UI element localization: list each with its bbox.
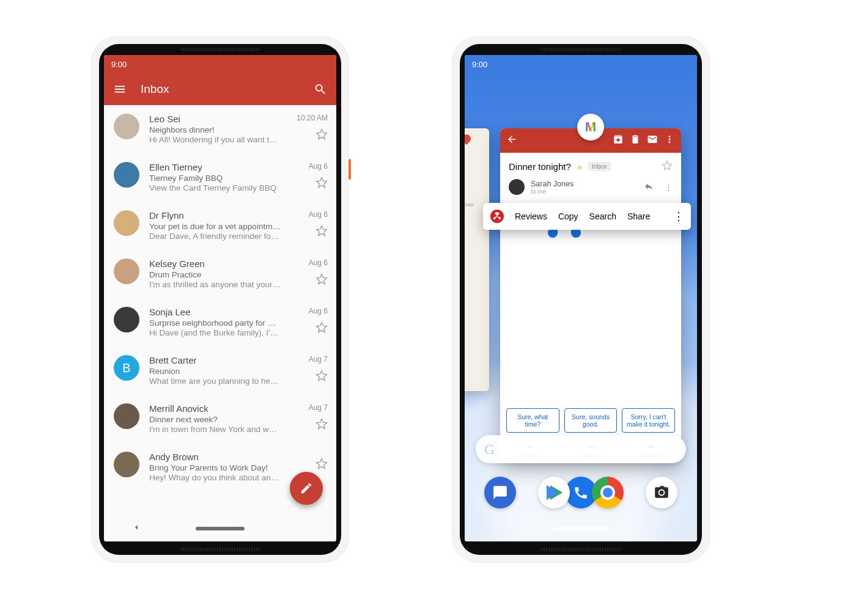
star-icon[interactable] — [315, 177, 328, 191]
delete-icon[interactable] — [630, 134, 641, 147]
email-row[interactable]: Merrill AnovickDinner next week?I'm in t… — [104, 395, 336, 443]
star-icon[interactable] — [662, 160, 673, 173]
nav-bar — [465, 516, 697, 541]
dock-icon-messages[interactable] — [484, 477, 516, 508]
action-share[interactable]: Share — [627, 211, 650, 221]
status-time: 9:00 — [111, 60, 127, 69]
home-pill[interactable] — [553, 527, 608, 530]
home-pill[interactable] — [196, 527, 245, 530]
email-subject: Neighbors dinner! — [149, 125, 281, 134]
avatar — [114, 452, 139, 477]
screen-recents: 9:00 M — [465, 55, 697, 541]
smart-reply[interactable]: Sorry, I can't make it tonight. — [622, 408, 675, 433]
email-time: Aug 7 — [309, 355, 328, 364]
text-selection-toolbar: Reviews Copy Search Share ⋮ — [483, 203, 691, 230]
action-reviews[interactable]: Reviews — [515, 211, 547, 221]
phone-frame-left: 9:00 Inbox Leo SeiNeighbors dinner!Hi Al… — [92, 37, 349, 562]
status-bar: 9:00 — [465, 55, 697, 73]
email-snippet: Dear Dave, A friendly reminder for your … — [149, 232, 281, 241]
star-icon[interactable] — [315, 273, 328, 288]
action-search[interactable]: Search — [589, 211, 616, 221]
app-icon-gmail[interactable]: M — [577, 114, 604, 141]
nav-bar — [104, 516, 336, 541]
reply-icon[interactable] — [644, 182, 654, 193]
pencil-icon — [300, 482, 313, 495]
avatar — [509, 179, 525, 195]
email-list[interactable]: Leo SeiNeighbors dinner!Hi All! Wonderin… — [104, 105, 336, 516]
avatar — [114, 307, 139, 332]
compose-fab[interactable] — [290, 472, 323, 505]
overflow-icon[interactable]: ⋮ — [673, 210, 684, 223]
email-snippet: Hi All! Wondering if you all want to com… — [149, 135, 281, 144]
google-g-icon: G — [484, 441, 495, 458]
recents-card-gmail[interactable]: M Dinner tonight? » Inbox — [500, 128, 681, 462]
star-icon[interactable] — [315, 458, 328, 472]
avatar — [114, 162, 139, 188]
star-icon[interactable] — [315, 321, 328, 336]
email-row[interactable]: Dr FlynnYour pet is due for a vet appoin… — [104, 202, 336, 250]
email-snippet: I'm in town from New York and would love… — [149, 425, 281, 434]
dock-icon-play-store[interactable] — [538, 477, 570, 508]
email-from-row: Sarah Jones to me ⋮ — [500, 177, 681, 195]
email-sender: Leo Sei — [149, 114, 281, 124]
back-icon[interactable] — [506, 134, 517, 147]
star-icon[interactable] — [315, 370, 328, 384]
email-subject: Bring Your Parents to Work Day! — [149, 463, 281, 472]
email-subject: Dinner next week? — [149, 415, 281, 424]
email-sender: Merrill Anovick — [149, 403, 281, 414]
email-snippet: Hey! Whay do you think about an event… — [149, 473, 281, 482]
from-sub: to me — [531, 188, 574, 195]
overflow-icon[interactable] — [664, 134, 675, 147]
phone-frame-right: 9:00 M — [452, 37, 709, 562]
email-row[interactable]: Kelsey GreenDrum PracticeI'm as thrilled… — [104, 250, 336, 298]
email-sender: Sonja Lee — [149, 307, 281, 317]
mail-icon[interactable] — [647, 134, 658, 147]
back-button[interactable] — [131, 522, 141, 535]
status-bar: 9:00 — [104, 55, 336, 73]
action-copy[interactable]: Copy — [558, 211, 578, 221]
search-icon[interactable] — [313, 82, 328, 97]
power-button — [349, 159, 351, 180]
email-sender: Dr Flynn — [149, 210, 281, 221]
from-name: Sarah Jones — [531, 180, 574, 188]
dock-icon-chrome[interactable] — [592, 477, 624, 508]
email-time: Aug 6 — [309, 162, 328, 170]
smart-reply[interactable]: Sure, sounds good. — [564, 408, 618, 433]
avatar — [114, 114, 139, 139]
email-sender: Kelsey Green — [149, 258, 281, 269]
inbox-chip: Inbox — [588, 162, 610, 171]
dock-icon-camera[interactable] — [646, 477, 677, 508]
email-sender: Andy Brown — [149, 452, 281, 462]
star-icon[interactable] — [315, 128, 328, 143]
star-icon[interactable] — [315, 225, 328, 240]
overflow-icon[interactable]: ⋮ — [665, 183, 673, 192]
gmail-app-bar: Inbox — [104, 73, 336, 105]
email-row[interactable]: BBrett CarterReunionWhat time are you pl… — [104, 346, 336, 395]
avatar — [114, 258, 139, 284]
email-time: Aug 7 — [309, 403, 328, 412]
email-subject: Dinner tonight? — [509, 161, 571, 172]
smart-reply[interactable]: Sure, what time? — [506, 408, 559, 433]
email-subject: Your pet is due for a vet appointment — [149, 222, 281, 231]
avatar — [114, 210, 139, 236]
email-subject: Tierney Family BBQ — [149, 174, 281, 183]
dock — [465, 477, 697, 508]
yelp-icon — [490, 210, 504, 223]
map-pin-icon — [465, 133, 473, 145]
google-search-pill[interactable]: G — [476, 435, 686, 463]
email-time: Aug 6 — [309, 258, 328, 267]
star-icon[interactable] — [315, 418, 328, 433]
email-row[interactable]: Ellen TierneyTierney Family BBQView the … — [104, 153, 336, 202]
email-time: Aug 6 — [309, 307, 328, 315]
email-time: Aug 6 — [309, 210, 328, 219]
archive-icon[interactable] — [613, 134, 624, 147]
email-sender: Ellen Tierney — [149, 162, 281, 172]
email-snippet: What time are you planning to head out f… — [149, 376, 281, 386]
avatar: B — [114, 355, 139, 381]
recents-card-maps[interactable] — [465, 128, 489, 391]
hamburger-icon[interactable] — [113, 82, 127, 97]
email-row[interactable]: Sonja LeeSurprise neighborhood party for… — [104, 298, 336, 346]
email-row[interactable]: Leo SeiNeighbors dinner!Hi All! Wonderin… — [104, 105, 336, 153]
back-button[interactable] — [492, 523, 500, 534]
email-subject: Reunion — [149, 367, 281, 376]
